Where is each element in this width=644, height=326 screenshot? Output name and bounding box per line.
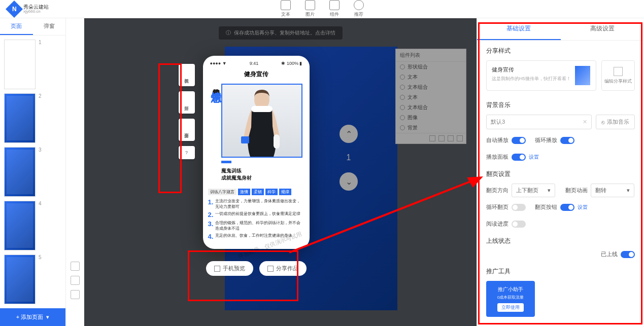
tab-basic-settings[interactable]: 基础设置 [477, 18, 561, 40]
autoplay-toggle[interactable] [512, 137, 526, 144]
thumb-tools [66, 18, 84, 326]
layer-item[interactable]: 文本组合 [396, 102, 466, 113]
toggle-icon[interactable] [71, 290, 80, 299]
thumb-row[interactable]: 4 [4, 201, 61, 250]
eye-icon[interactable] [400, 95, 405, 100]
page-direction-select[interactable]: 上下翻页▾ [512, 184, 555, 197]
upload-icon: ⎋ [601, 119, 605, 125]
screen-size-tabs: 长视屏 短屏 全面屏 ? [179, 64, 195, 159]
read-progress-toggle[interactable] [512, 221, 526, 228]
topbar: N 秀朵云建站 xjy660.cn 文本 图片 组件 推荐 [0, 0, 644, 18]
thumb-row[interactable]: 1 [4, 40, 61, 89]
layer-item[interactable]: 文本组合 [396, 82, 466, 92]
layers-panel: 组件列表 形状组合 文本 文本组合 文本 文本组合 图像 背景 [395, 49, 466, 144]
numbered-list: 1.主流行业改变，力量增强，身体素质做出改变，无论力度都可 2.一切成功的前提是… [208, 198, 304, 240]
page-down-button[interactable]: ⌄ [340, 172, 358, 191]
eye-icon[interactable] [400, 115, 405, 120]
add-page-button[interactable]: + 添加页面▾ [0, 308, 65, 326]
thumb-row[interactable]: 5 [4, 255, 61, 304]
svg-rect-3 [251, 106, 273, 112]
eye-icon[interactable] [400, 75, 405, 80]
share-thumb [575, 66, 590, 85]
size-tab[interactable]: 全面屏 [179, 119, 195, 141]
page-up-button[interactable]: ⌃ [340, 125, 358, 143]
text-tool[interactable]: 文本 [281, 0, 291, 18]
toast: ⓘ 保存成功后再分享、复制外链地址。点击详情 [219, 26, 343, 40]
top-tool-icons: 文本 图片 组件 推荐 [281, 0, 364, 18]
tab-advanced-settings[interactable]: 高级设置 [561, 18, 645, 40]
layer-item[interactable]: 背景 [396, 123, 466, 133]
loop-page-toggle[interactable] [512, 204, 526, 211]
edit-icon [614, 67, 623, 76]
left-sidebar: 页面 弹窗 1 2 3 4 5 + 添加页面▾ [0, 18, 66, 326]
share-work-button[interactable]: 分享作品 [259, 261, 307, 276]
play-panel-toggle[interactable] [512, 154, 526, 161]
eye-icon[interactable] [400, 105, 405, 110]
share-preview-card[interactable]: 健身宣传 这是我制作的H5微传单，快打开看看！ [486, 60, 596, 91]
eye-icon[interactable] [400, 85, 405, 90]
layer-item[interactable]: 图像 [396, 113, 466, 123]
thumb-row[interactable]: 3 [4, 147, 61, 197]
settings-link[interactable]: 设置 [578, 204, 588, 211]
promo-action-button[interactable]: 立即使用 [497, 303, 524, 312]
section-online: 上线状态 [486, 237, 635, 245]
section-music: 背景音乐 [486, 101, 635, 110]
qr-icon [214, 266, 220, 272]
phone-statusbar: ●●●● ▼9:41✱ 100% ▮ [208, 60, 304, 67]
settings-link[interactable]: 设置 [529, 154, 539, 161]
tab-pages[interactable]: 页面 [0, 18, 33, 35]
size-help[interactable]: ? [179, 146, 195, 159]
share-icon [267, 266, 274, 272]
info-icon: ⓘ [226, 29, 231, 37]
section-share: 分享样式 [486, 47, 635, 55]
size-tab[interactable]: 长视屏 [179, 64, 195, 86]
layer-item[interactable]: 文本 [396, 92, 466, 102]
layer-item[interactable]: 形状组合 [396, 62, 466, 72]
phone-preview-button[interactable]: 手机预览 [206, 261, 253, 276]
logo: N 秀朵云建站 xjy660.cn [8, 3, 49, 15]
settings-panel: 基础设置 高级设置 分享样式 健身宣传 这是我制作的H5微传单，快打开看看！ [477, 18, 644, 326]
recommend-tool[interactable]: 推荐 [354, 0, 364, 18]
eye-icon[interactable] [400, 64, 405, 69]
promo-card[interactable]: 推广小助手 0成本获取流量 立即使用 [486, 281, 535, 317]
page-thumbs: 1 2 3 4 5 [0, 35, 65, 308]
clear-icon[interactable]: ✕ [583, 119, 587, 125]
poster-image [221, 84, 302, 158]
layout-icon[interactable] [71, 276, 80, 285]
component-tool[interactable]: 组件 [329, 0, 340, 18]
add-music-button[interactable]: ⎋添加音乐 [596, 115, 635, 129]
section-promo: 推广工具 [486, 267, 635, 276]
phone-title: 健身宣传 [208, 67, 304, 82]
eye-icon[interactable] [400, 125, 405, 130]
size-tab[interactable]: 短屏 [179, 91, 195, 114]
loop-toggle[interactable] [560, 137, 574, 144]
canvas: ⓘ 保存成功后再分享、复制外链地址。点击详情 ⌃ 1 ⌄ 组件列表 形状组合 文… [84, 18, 477, 326]
music-select[interactable]: 默认3✕ [486, 115, 592, 129]
svg-rect-1 [241, 136, 249, 143]
section-pageset: 翻页设置 [486, 170, 635, 178]
phone-preview: ●●●● ▼9:41✱ 100% ▮ 健身宣传 铸就钢铁品格钢铁意志 [203, 56, 310, 249]
page-anim-select[interactable]: 翻转▾ [591, 184, 634, 197]
grid-icon[interactable] [71, 262, 80, 271]
page-nav: ⌃ 1 ⌄ [340, 125, 358, 191]
online-toggle[interactable] [621, 251, 635, 258]
layer-item[interactable]: 文本 [396, 72, 466, 82]
edit-share-style-button[interactable]: 编辑分享样式 [601, 60, 635, 91]
page-number: 1 [347, 153, 351, 162]
svg-rect-2 [274, 134, 280, 149]
tab-popups[interactable]: 弹窗 [33, 18, 66, 35]
thumb-row[interactable]: 2 [4, 93, 61, 143]
tag-row: 训练八字箴言 激情 柔韧 科学 规律 [208, 189, 304, 195]
image-tool[interactable]: 图片 [305, 0, 315, 18]
page-btn-toggle[interactable] [560, 204, 574, 211]
